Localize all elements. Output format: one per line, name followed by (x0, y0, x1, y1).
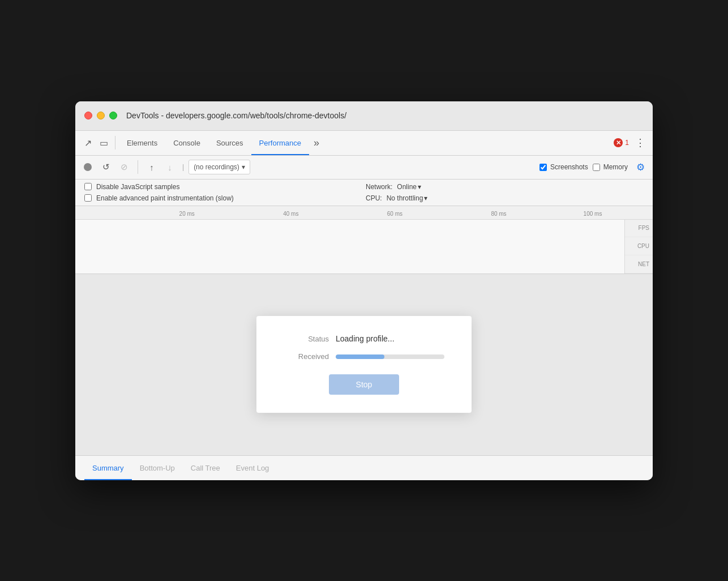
error-badge[interactable]: ✕ 1 (614, 138, 629, 147)
settings-right: Network: Online ▾ CPU: No throttling ▾ (366, 183, 644, 202)
cpu-dropdown[interactable]: No throttling ▾ (387, 194, 428, 202)
capture-settings-panel: Disable JavaScript samples Enable advanc… (75, 180, 653, 206)
stop-button[interactable]: Stop (329, 374, 400, 395)
tick-60ms: 60 ms (387, 211, 402, 217)
cursor-icon-button[interactable]: ↗ (80, 135, 96, 151)
tab-sources[interactable]: Sources (208, 130, 251, 155)
cpu-chevron-icon: ▾ (424, 194, 427, 202)
tick-40ms: 40 ms (283, 211, 298, 217)
download-icon: ↓ (168, 163, 172, 172)
cpu-setting: CPU: No throttling ▾ (366, 194, 644, 202)
error-icon: ✕ (614, 138, 623, 147)
tab-right-area: ✕ 1 ⋮ (614, 135, 648, 151)
window-title: DevTools - developers.google.com/web/too… (126, 111, 346, 120)
status-key-label: Status (284, 335, 329, 343)
settings-left: Disable JavaScript samples Enable advanc… (84, 183, 362, 202)
tick-80ms: 80 ms (491, 211, 506, 217)
capture-settings-button[interactable]: ⚙ (632, 159, 648, 175)
devtools-tabs-bar: ↗ ▭ Elements Console Sources Performance… (75, 131, 653, 156)
bottom-tabs-bar: Summary Bottom-Up Call Tree Event Log (75, 455, 653, 480)
traffic-lights (84, 112, 117, 119)
toolbar-separator-1 (138, 160, 138, 174)
more-vert-icon: ⋮ (635, 136, 645, 149)
main-content-area: Status Loading profile... Received Stop (75, 274, 653, 455)
tick-20ms: 20 ms (179, 211, 195, 217)
maximize-button[interactable] (109, 112, 117, 119)
reload-icon: ↺ (102, 162, 110, 172)
paint-instrumentation-label[interactable]: Enable advanced paint instrumentation (s… (84, 194, 362, 202)
paint-checkbox[interactable] (84, 194, 92, 202)
save-profile-button[interactable]: ↓ (162, 159, 178, 175)
tab-elements[interactable]: Elements (119, 130, 165, 155)
tab-call-tree[interactable]: Call Tree (183, 455, 228, 480)
memory-checkbox[interactable] (593, 164, 600, 171)
screenshots-checkbox[interactable] (539, 164, 547, 171)
screenshots-toggle-label[interactable]: Screenshots (539, 163, 588, 171)
memory-toggle-label[interactable]: Memory (593, 163, 628, 171)
progress-bar-container (336, 354, 444, 359)
tab-summary[interactable]: Summary (84, 455, 132, 480)
network-dropdown[interactable]: Online ▾ (397, 183, 421, 191)
close-button[interactable] (84, 112, 92, 119)
received-key-label: Received (284, 352, 329, 361)
cpu-label: CPU (625, 237, 653, 255)
titlebar: DevTools - developers.google.com/web/too… (75, 101, 653, 131)
upload-icon: ↑ (149, 163, 154, 172)
tab-performance[interactable]: Performance (251, 130, 309, 155)
more-tabs-button[interactable]: » (309, 130, 324, 155)
loading-dialog: Status Loading profile... Received Stop (256, 316, 472, 413)
cursor-icon: ↗ (84, 138, 92, 148)
progress-bar-fill (336, 354, 384, 359)
network-setting: Network: Online ▾ (366, 183, 644, 191)
performance-toolbar: ↺ ⊘ ↑ ↓ | (no recordings) ▾ Screenshots … (75, 156, 653, 180)
fps-label: FPS (625, 220, 653, 238)
chevron-down-icon: ▾ (242, 163, 245, 171)
disable-js-checkbox[interactable] (84, 183, 92, 190)
status-row: Status Loading profile... (284, 334, 444, 343)
gear-icon: ⚙ (636, 161, 645, 173)
reload-record-button[interactable]: ↺ (98, 159, 114, 175)
device-toggle-button[interactable]: ▭ (96, 135, 112, 151)
disable-js-label[interactable]: Disable JavaScript samples (84, 183, 362, 191)
device-icon: ▭ (100, 138, 108, 148)
tab-separator (115, 136, 115, 149)
network-chevron-icon: ▾ (418, 183, 421, 191)
tick-100ms: 100 ms (584, 211, 602, 217)
tab-console[interactable]: Console (165, 130, 208, 155)
ban-icon: ⊘ (121, 162, 128, 172)
toolbar-pipe: | (180, 163, 186, 171)
record-icon (84, 163, 92, 171)
net-label: NET (625, 255, 653, 274)
devtools-window: DevTools - developers.google.com/web/too… (75, 101, 653, 480)
tab-bottom-up[interactable]: Bottom-Up (132, 455, 183, 480)
clear-button[interactable]: ⊘ (116, 159, 132, 175)
status-value-text: Loading profile... (336, 334, 395, 343)
load-profile-button[interactable]: ↑ (144, 159, 160, 175)
received-row: Received (284, 352, 444, 361)
more-options-button[interactable]: ⋮ (632, 135, 648, 151)
timeline-area: 20 ms 40 ms 60 ms 80 ms 100 ms FPS CPU N… (75, 206, 653, 274)
tab-event-log[interactable]: Event Log (228, 455, 277, 480)
toolbar-right: Screenshots Memory ⚙ (539, 159, 648, 175)
track-labels: FPS CPU NET (624, 220, 653, 274)
timeline-ruler: 20 ms 40 ms 60 ms 80 ms 100 ms (75, 206, 653, 220)
recordings-dropdown[interactable]: (no recordings) ▾ (189, 160, 250, 174)
minimize-button[interactable] (97, 112, 105, 119)
record-button[interactable] (80, 159, 96, 175)
